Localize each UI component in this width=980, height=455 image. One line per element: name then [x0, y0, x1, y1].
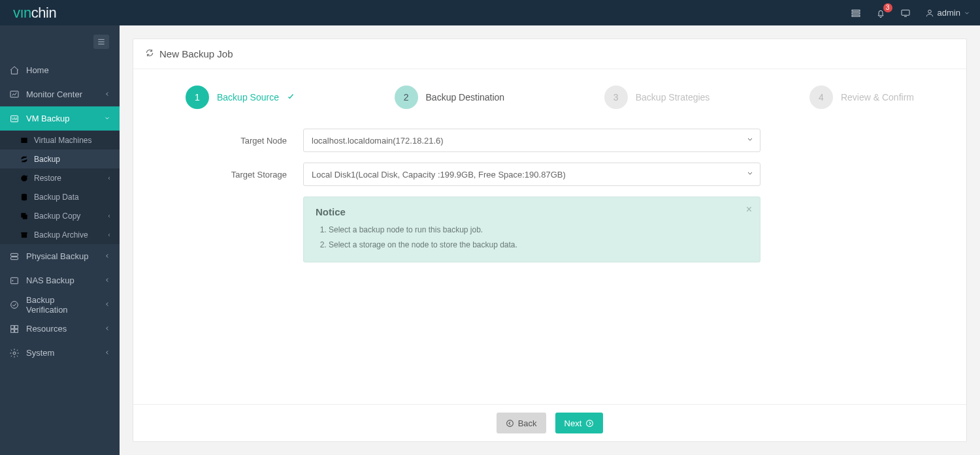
verify-icon [9, 300, 20, 310]
sidebar-item-vm-backup[interactable]: VM VM Backup [0, 106, 120, 131]
sidebar-item-monitor[interactable]: Monitor Center [0, 82, 120, 106]
step-number: 4 [809, 86, 833, 109]
refresh-icon [20, 155, 29, 164]
target-node-label: Target Node [186, 136, 303, 146]
step-number: 2 [395, 86, 418, 109]
server-icon [9, 251, 20, 262]
chevron-left-icon [104, 275, 110, 285]
notice-title: Notice [316, 206, 748, 217]
brand-part1: vın [13, 5, 31, 21]
sidebar-item-label: Monitor Center [26, 89, 82, 99]
vm-icon: VM [9, 114, 20, 124]
sidebar-item-home[interactable]: Home [0, 58, 120, 82]
target-node-select[interactable]: localhost.localdomain(172.18.21.6) [303, 129, 760, 152]
archive-icon [20, 230, 29, 240]
notice-item: Select a storage on the node to store th… [329, 238, 748, 253]
panel-new-backup-job: New Backup Job 1 Backup Source 2 Backup … [133, 39, 967, 442]
user-name: admin [938, 8, 960, 18]
chevron-left-icon [104, 348, 110, 358]
subnav-label: Backup Archive [34, 230, 88, 240]
brand-logo: vınchin [13, 5, 56, 22]
panel-footer: Back Next [133, 404, 966, 441]
subnav-virtual-machines[interactable]: Virtual Machines [0, 131, 120, 149]
svg-point-21 [12, 280, 13, 281]
sidebar-item-physical-backup[interactable]: Physical Backup [0, 244, 120, 268]
sidebar-item-backup-verification[interactable]: Backup Verification [0, 292, 120, 317]
vm-list-icon [20, 136, 29, 145]
svg-rect-15 [21, 232, 27, 233]
monitor-icon[interactable] [900, 8, 911, 18]
hamburger-button[interactable] [93, 35, 109, 49]
subnav-backup[interactable]: Backup [0, 149, 120, 168]
panel-title-row: New Backup Job [133, 39, 966, 69]
step-label: Backup Source [217, 92, 279, 102]
restore-icon [20, 174, 29, 183]
sidebar-item-label: System [26, 348, 54, 358]
subnav-backup-data[interactable]: Backup Data [0, 187, 120, 206]
step-backup-strategies[interactable]: 3 Backup Strategies [604, 86, 710, 109]
monitor-center-icon [9, 89, 20, 100]
step-label: Backup Destination [426, 92, 505, 102]
sidebar-item-resources[interactable]: Resources [0, 317, 120, 341]
sidebar-item-label: Backup Verification [26, 295, 97, 315]
svg-rect-1 [852, 12, 860, 14]
step-label: Review & Confirm [841, 92, 914, 102]
back-button[interactable]: Back [497, 413, 546, 433]
svg-text:VM: VM [12, 117, 17, 121]
step-backup-source[interactable]: 1 Backup Source [186, 86, 295, 109]
copy-icon [20, 212, 29, 221]
topbar: vınchin 3 admin [0, 0, 980, 25]
target-node-value: localhost.localdomain(172.18.21.6) [303, 129, 760, 152]
notice-item: Select a backup node to run this backup … [329, 223, 748, 238]
chevron-left-icon [104, 89, 110, 99]
svg-rect-0 [852, 10, 860, 11]
chevron-left-icon [104, 300, 110, 309]
subnav-label: Restore [34, 174, 61, 183]
svg-rect-24 [15, 325, 18, 328]
user-menu[interactable]: admin [925, 8, 970, 18]
close-icon[interactable]: × [746, 204, 752, 215]
subnav-backup-archive[interactable]: Backup Archive [0, 225, 120, 244]
next-button[interactable]: Next [555, 413, 604, 433]
svg-rect-2 [852, 15, 860, 16]
sidebar-item-label: Resources [26, 324, 67, 334]
home-icon [9, 65, 20, 76]
page-title: New Backup Job [159, 48, 233, 59]
target-storage-label: Target Storage [186, 170, 303, 180]
bell-icon[interactable]: 3 [875, 8, 886, 18]
subnav-label: Backup [34, 155, 60, 164]
step-review-confirm[interactable]: 4 Review & Confirm [809, 86, 914, 109]
subnav-label: Backup Copy [34, 212, 80, 221]
check-icon [287, 93, 295, 102]
step-label: Backup Strategies [636, 92, 710, 102]
nas-icon [9, 275, 20, 286]
sidebar-item-nas-backup[interactable]: NAS Backup [0, 268, 120, 292]
subnav-label: Virtual Machines [34, 136, 92, 145]
chevron-left-icon [104, 251, 110, 261]
step-backup-destination[interactable]: 2 Backup Destination [395, 86, 505, 109]
svg-rect-18 [11, 253, 18, 256]
sidebar-item-label: VM Backup [26, 114, 69, 123]
chevron-left-icon [106, 212, 112, 221]
notification-badge: 3 [883, 3, 892, 12]
subnav-label: Backup Data [34, 193, 79, 202]
subnav-restore[interactable]: Restore [0, 168, 120, 187]
subnav-backup-copy[interactable]: Backup Copy [0, 206, 120, 225]
sidebar-item-label: Home [26, 65, 49, 75]
svg-rect-3 [902, 10, 909, 15]
target-storage-select[interactable]: Local Disk1(Local Disk, Capacity :199.9G… [303, 163, 760, 186]
notice-list: Select a backup node to run this backup … [316, 223, 748, 253]
arrow-left-icon [506, 419, 514, 428]
data-icon [20, 193, 29, 202]
back-button-label: Back [518, 418, 537, 428]
step-number: 1 [186, 86, 209, 109]
chevron-down-icon [104, 114, 110, 123]
chevron-left-icon [104, 324, 110, 334]
chevron-left-icon [106, 230, 112, 240]
svg-rect-26 [15, 329, 18, 332]
list-icon[interactable] [851, 8, 861, 18]
sidebar-item-system[interactable]: System [0, 341, 120, 365]
svg-rect-19 [11, 257, 18, 259]
svg-rect-16 [22, 234, 27, 238]
next-button-label: Next [564, 418, 582, 428]
